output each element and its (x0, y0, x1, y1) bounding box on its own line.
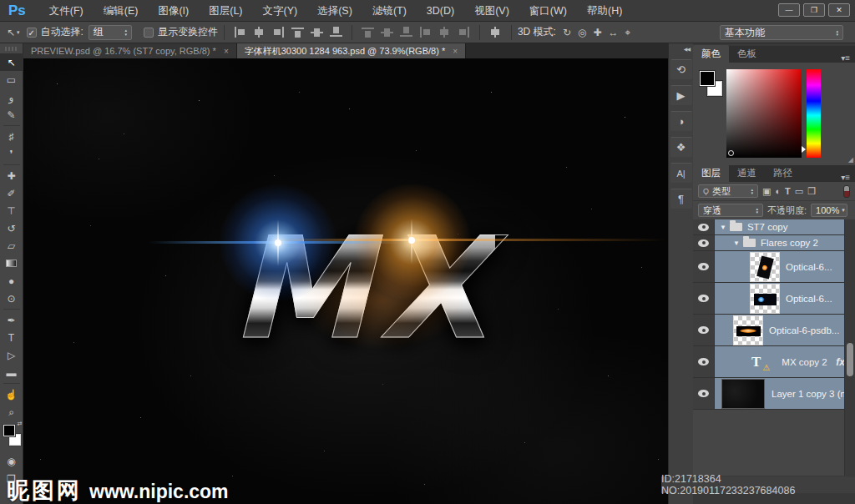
brush-tool[interactable]: ✐ (0, 184, 23, 202)
tab-close-icon[interactable]: × (453, 47, 458, 56)
saturation-brightness-field[interactable] (726, 69, 802, 158)
align-middle-icon[interactable] (311, 27, 323, 38)
align-left-icon[interactable] (234, 27, 246, 38)
layer-row-optical-1[interactable]: Optical-6... (693, 251, 855, 283)
menu-3d[interactable]: 3D(D) (417, 0, 464, 22)
visibility-cell[interactable] (693, 315, 715, 345)
3d-slide-icon[interactable]: ↔ (609, 27, 619, 38)
3d-pan-icon[interactable]: ✚ (593, 27, 601, 38)
tool-preset-caret-icon[interactable]: ▾ (17, 29, 20, 36)
menu-file[interactable]: 文件(F) (39, 0, 94, 22)
distribute-center-icon[interactable] (438, 27, 451, 38)
actions-panel-button[interactable]: ▶ (670, 85, 692, 105)
menu-filter[interactable]: 滤镜(T) (362, 0, 417, 22)
menu-type[interactable]: 文字(Y) (253, 0, 308, 22)
auto-select-dropdown[interactable]: 组 ▴▾ (89, 25, 132, 40)
shape-tool[interactable]: ▬ (0, 364, 23, 381)
align-bottom-icon[interactable] (330, 27, 342, 38)
tab-preview-psd[interactable]: PREVIEW.psd @ 16.7% (ST7 copy, RGB/8) * … (23, 43, 237, 58)
distribute-left-icon[interactable] (419, 27, 432, 38)
hand-tool[interactable]: ☝ (0, 386, 23, 403)
layer-row-layer-1-copy-3[interactable]: Layer 1 copy 3 (mer... (693, 378, 855, 410)
layer-row-group-flares[interactable]: ▼ Flares copy 2 (693, 235, 855, 251)
menu-help[interactable]: 帮助(H) (577, 0, 632, 22)
minimize-button[interactable]: — (778, 3, 800, 17)
eraser-tool[interactable]: ▱ (0, 237, 23, 255)
auto-align-icon[interactable] (489, 27, 502, 38)
layer-thumbnail[interactable] (750, 284, 780, 314)
tab-font-mockup-psd[interactable]: 字体样机30300 1284 963.psd @ 73.9%(RGB/8) * … (237, 43, 466, 58)
foreground-color-swatch[interactable] (3, 425, 15, 436)
tab-color[interactable]: 颜色 (693, 45, 729, 63)
distribute-middle-icon[interactable] (381, 27, 393, 38)
eyedropper-tool[interactable]: ❜ (0, 145, 23, 163)
tab-close-icon[interactable]: × (224, 47, 229, 56)
panel-menu-icon[interactable]: ▾≡ (841, 50, 855, 63)
eye-icon[interactable] (698, 224, 709, 231)
opacity-dropdown[interactable]: 100% ▾ (811, 204, 847, 217)
hue-slider[interactable] (807, 69, 821, 158)
eye-icon[interactable] (698, 295, 709, 302)
tab-layers[interactable]: 图层 (693, 164, 729, 182)
filter-type-icon[interactable]: T (785, 186, 791, 196)
quick-mask-button[interactable]: ◉ (0, 452, 23, 470)
canvas[interactable]: MX (23, 58, 668, 504)
align-center-h-icon[interactable] (253, 27, 266, 38)
menu-layer[interactable]: 图层(L) (199, 0, 252, 22)
close-button[interactable]: ✕ (828, 3, 850, 17)
healing-brush-tool[interactable]: ✚ (0, 167, 23, 184)
layer-thumbnail[interactable] (733, 315, 763, 345)
panel-menu-icon[interactable]: ▾≡ (841, 169, 855, 182)
layer-filter-dropdown[interactable]: Ϙ 类型 ▴▾ (698, 184, 758, 198)
dodge-tool[interactable]: ⊙ (0, 290, 23, 307)
quick-select-tool[interactable]: ✎ (0, 106, 23, 123)
maximize-button[interactable]: ❐ (803, 3, 825, 17)
gradient-tool[interactable] (0, 255, 23, 272)
align-top-icon[interactable] (291, 27, 304, 38)
menu-view[interactable]: 视图(V) (464, 0, 519, 22)
eye-icon[interactable] (698, 358, 709, 365)
layer-thumbnail[interactable] (750, 252, 780, 282)
disclosure-icon[interactable]: ▼ (720, 224, 726, 231)
visibility-cell[interactable] (693, 378, 715, 409)
toolbar-grip[interactable] (5, 47, 18, 51)
eye-icon[interactable] (698, 390, 709, 397)
history-brush-tool[interactable]: ↺ (0, 219, 23, 237)
visibility-cell[interactable] (693, 251, 715, 282)
filter-adjustment-icon[interactable]: ◐ (775, 186, 781, 196)
align-right-icon[interactable] (272, 27, 285, 38)
layer-row-group-st7[interactable]: ▼ ST7 copy (693, 219, 855, 235)
layer-thumbnail[interactable] (721, 379, 765, 409)
show-transform-checkbox[interactable] (144, 28, 154, 38)
resize-grip-icon[interactable]: ◢ (848, 156, 853, 164)
layer-row-optical-2[interactable]: Optical-6... (693, 283, 855, 315)
3d-roll-icon[interactable]: ◎ (578, 27, 586, 38)
foreground-color-swatch[interactable] (700, 71, 715, 86)
workspace-switcher[interactable]: 基本功能 ▴▾ (720, 25, 843, 40)
clone-stamp-tool[interactable]: ⊤ (0, 202, 23, 219)
type-tool[interactable]: T (0, 329, 23, 346)
menu-image[interactable]: 图像(I) (148, 0, 199, 22)
zoom-tool[interactable]: ⌕ (0, 403, 23, 421)
swap-colors-icon[interactable]: ⇄ (18, 421, 23, 427)
paragraph-panel-button[interactable]: ¶ (670, 189, 692, 209)
filter-pixel-icon[interactable]: ▣ (762, 186, 771, 197)
hue-cursor[interactable] (802, 146, 806, 153)
eye-icon[interactable] (698, 239, 709, 247)
filter-shape-icon[interactable]: ▭ (795, 186, 803, 197)
pen-tool[interactable]: ✒ (0, 311, 23, 329)
eye-icon[interactable] (698, 263, 709, 270)
visibility-cell[interactable] (693, 235, 715, 250)
blur-tool[interactable]: ● (0, 272, 23, 290)
adjustments-panel-button[interactable]: ◑ (670, 111, 692, 131)
move-tool[interactable]: ↖ (0, 53, 23, 71)
layer-row-optical-3[interactable]: Optical-6-psdb... (693, 315, 855, 346)
distribute-bottom-icon[interactable] (400, 27, 412, 38)
tab-paths[interactable]: 路径 (765, 164, 801, 182)
menu-window[interactable]: 窗口(W) (519, 0, 577, 22)
filter-toggle-switch[interactable] (843, 185, 850, 198)
color-cursor[interactable] (728, 150, 734, 156)
expand-panels-icon[interactable]: ◀◀ (684, 46, 690, 52)
tab-swatches[interactable]: 色板 (729, 45, 765, 63)
disclosure-icon[interactable]: ▼ (733, 239, 740, 247)
